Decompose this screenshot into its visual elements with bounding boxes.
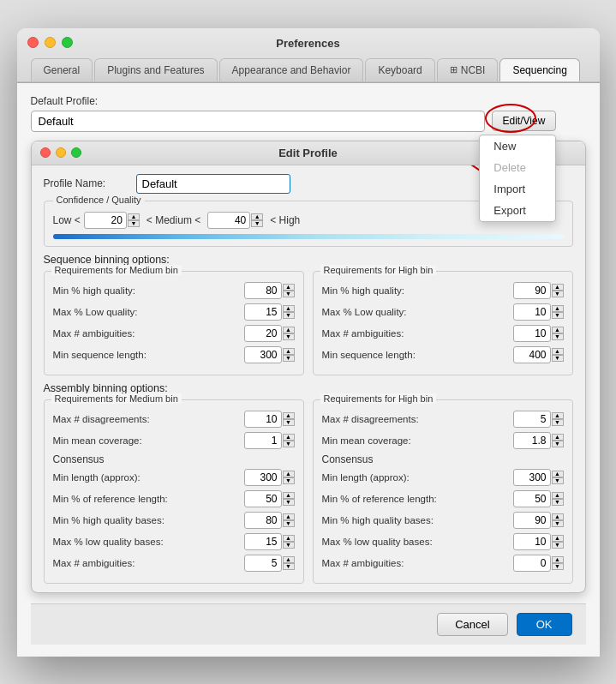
profile-select[interactable] <box>31 111 485 132</box>
tab-ncbi[interactable]: ⊞ NCBI <box>437 58 499 81</box>
asm-high-lqb-up[interactable]: ▲ <box>552 535 564 542</box>
seq-med-amb-up[interactable]: ▲ <box>283 327 295 333</box>
seq-med-amb-down[interactable]: ▼ <box>283 333 295 340</box>
asm-med-maxamb-up[interactable]: ▲ <box>283 556 295 563</box>
asm-med-maxamb-input[interactable] <box>244 555 282 572</box>
low-spin-down[interactable]: ▼ <box>128 220 140 227</box>
seq-high-len-up[interactable]: ▲ <box>552 348 564 355</box>
asm-med-lqb-input[interactable] <box>244 533 282 550</box>
tab-general[interactable]: General <box>31 58 93 81</box>
dropdown-import[interactable]: Import <box>480 178 555 200</box>
seq-med-len-input[interactable] <box>244 346 282 363</box>
asm-high-coverage-up[interactable]: ▲ <box>552 434 564 441</box>
asm-high-minlen-up[interactable]: ▲ <box>552 471 564 477</box>
asm-med-reflen-down[interactable]: ▼ <box>283 499 295 506</box>
edit-profile-close[interactable] <box>40 147 51 158</box>
asm-high-maxamb-input[interactable] <box>513 555 551 572</box>
edit-profile-max[interactable] <box>71 147 81 158</box>
tab-plugins[interactable]: Plugins and Features <box>94 58 217 81</box>
asm-high-reflen-down[interactable]: ▼ <box>552 499 564 506</box>
seq-high-amb-up[interactable]: ▲ <box>552 327 564 333</box>
dropdown-export[interactable]: Export <box>480 200 555 221</box>
medium-spin-up[interactable]: ▲ <box>251 213 263 220</box>
edit-profile-min[interactable] <box>56 147 66 158</box>
seq-high-hq-down[interactable]: ▼ <box>552 291 564 297</box>
minimize-button[interactable] <box>45 37 56 48</box>
asm-high-disagree-up[interactable]: ▲ <box>552 412 564 419</box>
seq-med-hq-up[interactable]: ▲ <box>283 284 295 291</box>
profile-name-input[interactable] <box>136 174 290 194</box>
seq-high-lq-label: Max % Low quality: <box>322 307 513 317</box>
asm-high-consensus-label: Consensus <box>322 453 564 465</box>
asm-high-coverage-row: Min mean coverage: ▲▼ <box>322 432 564 449</box>
asm-med-maxamb-down[interactable]: ▼ <box>283 563 295 570</box>
asm-high-disagree-down[interactable]: ▼ <box>552 419 564 426</box>
asm-high-hqb-down[interactable]: ▼ <box>552 520 564 527</box>
asm-med-lqb-down[interactable]: ▼ <box>283 542 295 549</box>
seq-high-len-input[interactable] <box>513 346 551 363</box>
seq-high-lq-up[interactable]: ▲ <box>552 305 564 312</box>
asm-med-disagree-label: Max # disagreements: <box>53 414 244 424</box>
medium-value-input[interactable] <box>207 212 250 229</box>
asm-med-minlen-input[interactable] <box>244 469 282 486</box>
asm-med-coverage-up[interactable]: ▲ <box>283 434 295 441</box>
asm-high-disagree-input[interactable] <box>513 411 551 428</box>
asm-high-lqb-down[interactable]: ▼ <box>552 542 564 549</box>
dropdown-new[interactable]: New <box>480 135 555 157</box>
asm-high-coverage-input[interactable] <box>513 432 551 449</box>
asm-med-disagree-up[interactable]: ▲ <box>283 412 295 419</box>
seq-high-hq-up[interactable]: ▲ <box>552 284 564 291</box>
asm-med-hqb-down[interactable]: ▼ <box>283 520 295 527</box>
seq-med-lq-input[interactable] <box>244 303 282 321</box>
asm-med-hqb-row: Min % high quality bases: ▲▼ <box>53 512 295 529</box>
cancel-button[interactable]: Cancel <box>437 613 507 636</box>
seq-med-len-down[interactable]: ▼ <box>283 355 295 362</box>
asm-med-disagree-down[interactable]: ▼ <box>283 419 295 426</box>
asm-med-reflen-input[interactable] <box>244 490 282 507</box>
low-spin-up[interactable]: ▲ <box>128 213 140 220</box>
maximize-button[interactable] <box>62 37 73 48</box>
asm-med-coverage-down[interactable]: ▼ <box>283 441 295 447</box>
tab-keyboard[interactable]: Keyboard <box>365 58 434 81</box>
ok-button[interactable]: OK <box>517 613 572 636</box>
asm-med-hqb-up[interactable]: ▲ <box>283 513 295 520</box>
seq-med-hq-down[interactable]: ▼ <box>283 291 295 297</box>
asm-high-maxamb-up[interactable]: ▲ <box>552 556 564 563</box>
seq-high-hq-input[interactable] <box>513 282 551 299</box>
asm-high-reflen-input[interactable] <box>513 490 551 507</box>
tab-appearance[interactable]: Appearance and Behavior <box>219 58 364 81</box>
asm-high-hqb-input[interactable] <box>513 512 551 529</box>
profile-select-row: Edit/View New Delete Import Export <box>31 111 586 132</box>
asm-high-coverage-down[interactable]: ▼ <box>552 441 564 447</box>
asm-high-minlen-down[interactable]: ▼ <box>552 477 564 484</box>
asm-med-lqb-up[interactable]: ▲ <box>283 535 295 542</box>
seq-high-len-down[interactable]: ▼ <box>552 355 564 362</box>
seq-high-lq-down[interactable]: ▼ <box>552 312 564 319</box>
asm-high-reflen-up[interactable]: ▲ <box>552 492 564 499</box>
low-value-input[interactable] <box>84 212 127 229</box>
seq-high-amb-input[interactable] <box>513 325 551 342</box>
close-button[interactable] <box>27 37 39 48</box>
asm-med-coverage-input[interactable] <box>244 432 282 449</box>
tab-sequencing[interactable]: Sequencing <box>499 58 579 81</box>
seq-med-lq-down[interactable]: ▼ <box>283 312 295 319</box>
edit-view-button[interactable]: Edit/View <box>492 111 557 131</box>
medium-spin-down[interactable]: ▼ <box>251 220 263 227</box>
asm-med-hqb-input[interactable] <box>244 512 282 529</box>
asm-med-minlen-up[interactable]: ▲ <box>283 471 295 477</box>
seq-med-amb-input[interactable] <box>244 325 282 342</box>
seq-high-lq-input[interactable] <box>513 303 551 321</box>
asm-high-hqb-up[interactable]: ▲ <box>552 513 564 520</box>
asm-high-lqb-input[interactable] <box>513 533 551 550</box>
seq-med-hq-input[interactable] <box>244 282 282 299</box>
seq-med-len-up[interactable]: ▲ <box>283 348 295 355</box>
asm-high-maxamb-down[interactable]: ▼ <box>552 563 564 570</box>
asm-high-minlen-input[interactable] <box>513 469 551 486</box>
seq-high-amb-down[interactable]: ▼ <box>552 333 564 340</box>
asm-med-reflen-up[interactable]: ▲ <box>283 492 295 499</box>
asm-med-minlen-down[interactable]: ▼ <box>283 477 295 484</box>
asm-med-disagree-input[interactable] <box>244 411 282 428</box>
asm-high-minlen-row: Min length (approx): ▲▼ <box>322 469 564 486</box>
seq-high-hq-label: Min % high quality: <box>322 285 513 296</box>
seq-med-lq-up[interactable]: ▲ <box>283 305 295 312</box>
